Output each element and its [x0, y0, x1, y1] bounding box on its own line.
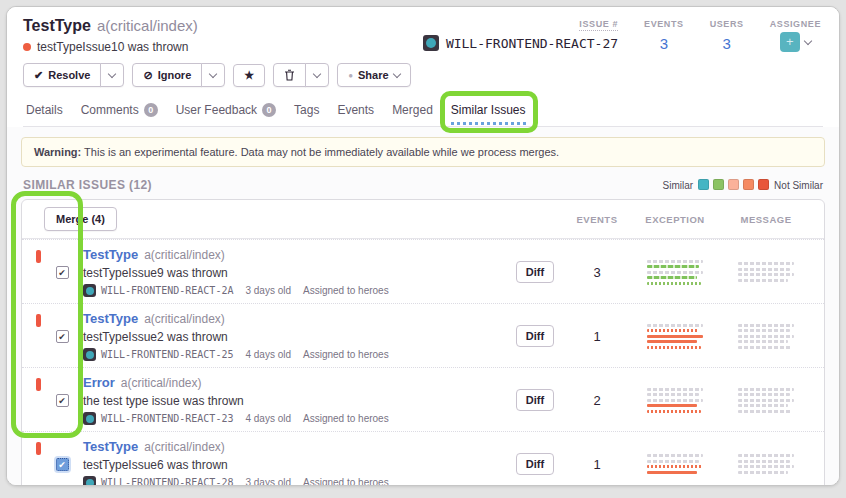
tab-merged[interactable]: Merged [390, 97, 435, 126]
similarity-swatch-icon [698, 179, 709, 190]
issue-age: 3 days old [245, 285, 291, 296]
platform-icon [83, 284, 96, 297]
ignore-dropdown-button[interactable] [201, 63, 225, 87]
table-header: Merge (4) EVENTS EXCEPTION MESSAGE [22, 200, 824, 239]
page-title: TestTypea(critical/index) [23, 17, 198, 35]
issue-tabbar: Details Comments0 User Feedback0 Tags Ev… [23, 97, 823, 127]
issue-age: 3 days old [245, 477, 291, 486]
table-row: TestTypea(critical/index) testTypeIssue6… [22, 431, 824, 486]
tab-details[interactable]: Details [24, 97, 65, 126]
similarity-swatch-icon [743, 179, 754, 190]
delete-dropdown-button[interactable] [305, 63, 329, 87]
chevron-down-icon [313, 69, 321, 77]
issue-assignment: Assigned to heroes [303, 413, 389, 424]
tab-similar-issues[interactable]: Similar Issues [449, 97, 528, 126]
similar-issues-heading: SIMILAR ISSUES (12) [23, 178, 152, 192]
exception-similarity-bars [647, 257, 703, 287]
issue-link[interactable]: TestType [83, 247, 138, 262]
chevron-down-icon [108, 69, 116, 77]
warning-label: Warning: [34, 146, 81, 158]
issue-message: testTypeIssue6 was thrown [83, 458, 504, 472]
assignee-selector[interactable] [780, 32, 811, 52]
issue-checkbox[interactable] [56, 266, 69, 279]
chevron-down-icon [804, 36, 812, 44]
tab-comments[interactable]: Comments0 [79, 97, 160, 126]
issue-message: the test type issue was thrown [83, 394, 504, 408]
legend-similar-label: Similar [663, 180, 694, 191]
similarity-swatch-icon [758, 179, 769, 190]
issue-title-block: TestTypea(critical/index) testTypeIssue1… [23, 17, 198, 54]
issue-short-id: WILL-FRONTEND-REACT-23 [83, 412, 233, 425]
issue-short-id: WILL-FRONTEND-REACT-2A [83, 284, 233, 297]
issue-checkbox[interactable] [56, 394, 69, 407]
ignore-button[interactable]: ⊘ Ignore [132, 63, 202, 87]
similar-issues-header: SIMILAR ISSUES (12) Similar Not Similar [23, 178, 823, 192]
tab-user-feedback[interactable]: User Feedback0 [174, 97, 278, 126]
similarity-swatch-icon [713, 179, 724, 190]
stat-assignee: ASSIGNEE [770, 19, 821, 52]
issue-checkbox[interactable] [56, 458, 69, 471]
tab-tags[interactable]: Tags [292, 97, 321, 126]
share-button[interactable]: ● Share [337, 63, 410, 87]
assignee-avatar [780, 32, 800, 52]
column-header-events: EVENTS [566, 214, 628, 225]
tab-events[interactable]: Events [335, 97, 376, 126]
trash-icon [284, 69, 295, 81]
issue-checkbox[interactable] [56, 330, 69, 343]
delete-button-group [273, 63, 329, 87]
issue-age: 4 days old [245, 413, 291, 424]
column-header-exception: EXCEPTION [628, 214, 722, 225]
diff-button[interactable]: Diff [516, 389, 554, 411]
merge-button[interactable]: Merge (4) [44, 207, 117, 231]
similarity-legend: Similar Not Similar [663, 179, 823, 192]
share-dot-icon: ● [348, 71, 353, 80]
issue-short-id: WILL-FRONTEND-REACT-28 [83, 476, 233, 486]
similar-issues-panel-body: Warning: This is an experimental feature… [7, 127, 839, 486]
chevron-down-icon [209, 69, 217, 77]
issue-message: testTypeIssue9 was thrown [83, 266, 504, 280]
platform-icon [83, 412, 96, 425]
similar-issues-table: Merge (4) EVENTS EXCEPTION MESSAGE TestT… [21, 199, 825, 486]
issue-subtitle: testTypeIssue10 was thrown [23, 40, 198, 54]
resolve-button-group: ✔ Resolve [23, 63, 124, 87]
delete-button[interactable] [273, 63, 306, 87]
diff-button[interactable]: Diff [516, 453, 554, 475]
exception-similarity-bars [647, 385, 703, 415]
tab-badge: 0 [144, 103, 158, 117]
message-similarity-bars [738, 452, 794, 477]
issue-short-id: WILL-FRONTEND-REACT-25 [83, 348, 233, 361]
exception-similarity-bars [647, 452, 703, 477]
platform-icon [83, 348, 96, 361]
similarity-swatch-icon [728, 179, 739, 190]
events-count[interactable]: 3 [660, 35, 668, 52]
issue-short-id[interactable]: WILL-FRONTEND-REACT-27 [423, 35, 618, 51]
experimental-warning-banner: Warning: This is an experimental feature… [21, 137, 825, 167]
issue-assignment: Assigned to heroes [303, 477, 389, 486]
check-icon: ✔ [34, 70, 43, 81]
table-row: Errora(critical/index) the test type iss… [22, 367, 824, 431]
issue-assignment: Assigned to heroes [303, 349, 389, 360]
diff-button[interactable]: Diff [516, 261, 554, 283]
star-icon: ★ [244, 70, 254, 81]
events-count: 1 [566, 457, 628, 472]
resolve-dropdown-button[interactable] [100, 63, 124, 87]
resolve-button[interactable]: ✔ Resolve [23, 63, 101, 87]
legend-not-similar-label: Not Similar [774, 180, 823, 191]
bookmark-button[interactable]: ★ [233, 64, 265, 87]
platform-icon [83, 476, 96, 486]
message-similarity-bars [738, 321, 794, 351]
issue-link[interactable]: TestType [83, 311, 138, 326]
events-label: EVENTS [644, 19, 684, 29]
events-count: 2 [566, 393, 628, 408]
stat-users: USERS 3 [710, 19, 744, 52]
assignee-label: ASSIGNEE [770, 19, 821, 29]
issue-culprit: a(critical/index) [97, 17, 198, 34]
issue-detail-card: TestTypea(critical/index) testTypeIssue1… [6, 6, 840, 486]
stat-events: EVENTS 3 [644, 19, 684, 52]
stat-issue-number: ISSUE # WILL-FRONTEND-REACT-27 [423, 19, 618, 52]
issue-link[interactable]: Error [83, 375, 115, 390]
issue-link[interactable]: TestType [83, 439, 138, 454]
message-similarity-bars [738, 385, 794, 415]
users-count[interactable]: 3 [723, 35, 731, 52]
diff-button[interactable]: Diff [516, 325, 554, 347]
